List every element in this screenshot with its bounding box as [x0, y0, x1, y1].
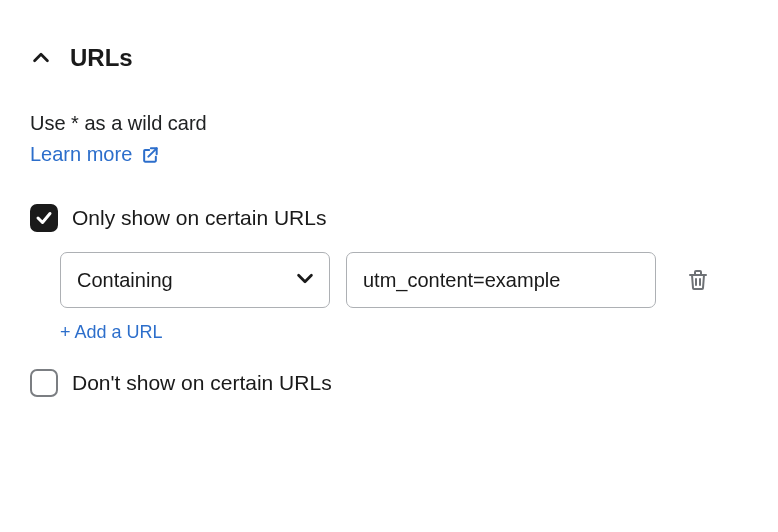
- external-link-icon: [140, 145, 160, 165]
- section-title: URLs: [70, 44, 133, 72]
- trash-icon: [686, 268, 710, 292]
- operator-select[interactable]: Containing: [60, 252, 330, 308]
- url-value-input[interactable]: [346, 252, 656, 308]
- hide-checkbox[interactable]: [30, 369, 58, 397]
- chevron-up-icon: [30, 47, 52, 69]
- learn-more-label: Learn more: [30, 139, 132, 170]
- show-checkbox[interactable]: [30, 204, 58, 232]
- operator-value: Containing: [60, 252, 330, 308]
- section-header[interactable]: URLs: [30, 44, 748, 72]
- url-rule-row: Containing: [60, 252, 748, 308]
- option-show-row: Only show on certain URLs: [30, 204, 748, 232]
- show-label: Only show on certain URLs: [72, 206, 326, 230]
- hint-text: Use * as a wild card: [30, 108, 748, 139]
- hide-label: Don't show on certain URLs: [72, 371, 332, 395]
- delete-rule-button[interactable]: [680, 262, 716, 298]
- hint-block: Use * as a wild card Learn more: [30, 108, 748, 170]
- learn-more-link[interactable]: Learn more: [30, 139, 160, 170]
- add-url-link[interactable]: + Add a URL: [60, 322, 163, 343]
- option-hide-row: Don't show on certain URLs: [30, 369, 748, 397]
